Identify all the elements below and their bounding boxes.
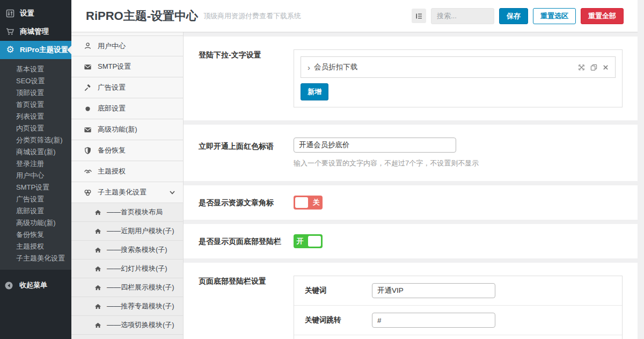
home-icon: [94, 284, 102, 291]
submenu-item[interactable]: 子主题美化设置: [0, 253, 71, 264]
submenu-item[interactable]: 分类页筛选(新): [0, 134, 71, 146]
submenu-item[interactable]: SEO设置: [0, 75, 71, 87]
nav-item-label: 底部设置: [98, 104, 126, 113]
field-label: 关键词跳转: [305, 315, 372, 325]
active-arrow: [67, 46, 71, 54]
sidebar-item-settings[interactable]: 设置: [0, 4, 71, 23]
wp-admin-sidebar: 设置 商城管理 ⚙ RiPro主题设置 基本设置 SEO设置 顶部设置 首页设置…: [0, 0, 71, 339]
home-icon: [94, 247, 102, 254]
nav-item-user-center[interactable]: 用户中心: [71, 35, 183, 56]
nav-item-ads[interactable]: 广告设置: [71, 77, 183, 98]
keyword-link-input[interactable]: [372, 313, 495, 328]
red-slogan-input[interactable]: [294, 138, 456, 153]
home-icon: [94, 322, 102, 329]
setting-show-badge: 是否显示资源文章角标 关: [184, 185, 638, 220]
nav-subitem-home-layout[interactable]: ——首页模块布局: [71, 203, 183, 222]
envelope-icon: [83, 126, 92, 134]
submenu-item[interactable]: 列表设置: [0, 111, 71, 122]
nav-item-label: 用户中心: [98, 41, 126, 51]
submenu-item[interactable]: 备份恢复: [0, 229, 71, 241]
toggle-state-label: 开: [294, 236, 306, 246]
reset-selection-button[interactable]: 重置选区: [533, 8, 576, 24]
home-icon: [94, 303, 102, 310]
nav-subitem-four-columns[interactable]: ——四栏展示模块(子): [71, 278, 183, 297]
submenu-item[interactable]: 登录注册: [0, 158, 71, 170]
move-icon[interactable]: [578, 64, 585, 71]
cart-icon: [5, 27, 15, 36]
group-row-keyword: 关键词: [294, 276, 622, 306]
nav-item-license[interactable]: 主题授权: [71, 161, 183, 182]
nav-subitem-featured-topics[interactable]: ——推荐专题模块(子): [71, 297, 183, 316]
nav-item-label: 高级功能(新): [98, 125, 137, 134]
nav-item-label: 子主题美化设置: [98, 187, 147, 197]
submenu-item[interactable]: 底部设置: [0, 205, 71, 217]
submenu-item[interactable]: 内页设置: [0, 122, 71, 134]
shield-icon: [83, 147, 92, 155]
submenu-item[interactable]: 主题授权: [0, 241, 71, 253]
gear-icon: ⚙: [5, 46, 15, 54]
circle-icon: [83, 105, 92, 113]
collapse-menu-label: 收起菜单: [19, 280, 47, 290]
keyword-input[interactable]: [372, 283, 495, 298]
submenu-item[interactable]: 首页设置: [0, 99, 71, 111]
help-text: 输入一个要设置的文字内容，不超过7个字，不设置则不显示: [294, 158, 623, 168]
page-subtitle: 顶级商用资源付费查看下载系统: [203, 11, 301, 21]
nav-item-child-theme[interactable]: 子主题美化设置: [71, 182, 183, 203]
nav-subitem-slider[interactable]: ——幻灯片模块(子): [71, 259, 183, 278]
group-row-title: 标题: [294, 335, 622, 339]
submenu-item[interactable]: 用户中心: [0, 170, 71, 182]
nav-item-label: SMTP设置: [98, 62, 131, 71]
repeater-box: › 会员折扣下载 新增: [294, 49, 623, 107]
nav-subitem-label: ——首页模块布局: [107, 207, 163, 217]
submenu-item[interactable]: SMTP设置: [0, 182, 71, 193]
toggle-knob: [295, 197, 308, 208]
submenu-item[interactable]: 商城设置(新): [0, 146, 71, 158]
copy-icon[interactable]: [590, 64, 597, 71]
chevron-down-icon: [169, 189, 175, 196]
nav-subitem-label: ——推荐专题模块(子): [107, 301, 174, 311]
nav-item-label: 广告设置: [98, 83, 126, 92]
nav-item-smtp[interactable]: SMTP设置: [71, 56, 183, 77]
search-input[interactable]: [431, 8, 494, 24]
nav-subitem-label: ——选项切换模块(子): [107, 320, 174, 330]
page-title: RiPRO主题-设置中心: [86, 8, 198, 24]
footer-login-toggle[interactable]: 开: [294, 234, 323, 248]
nav-item-label: 备份恢复: [98, 146, 126, 155]
repeater-item-title: 会员折扣下载: [314, 62, 357, 72]
add-button[interactable]: 新增: [301, 83, 328, 100]
home-icon: [94, 228, 102, 235]
badge-toggle[interactable]: 关: [294, 196, 323, 210]
close-icon[interactable]: [603, 64, 609, 70]
page-background-strip: [638, 0, 644, 339]
nav-subitem-recent-users[interactable]: ——近期用户模块(子): [71, 222, 183, 241]
handshake-icon: [83, 167, 92, 176]
setting-label: 页面底部登陆栏设置: [199, 276, 294, 339]
reset-all-button[interactable]: 重置全部: [581, 8, 624, 24]
settings-nav-sidebar: 用户中心 SMTP设置 广告设置 底部设置 高级功能(新) 备份恢复 主题授: [71, 32, 184, 339]
submenu-item[interactable]: 基本设置: [0, 63, 71, 75]
nav-subitem-label: ——四栏展示模块(子): [107, 283, 174, 292]
sidebar-item-ripro-settings[interactable]: ⚙ RiPro主题设置: [0, 41, 71, 59]
nav-subitem-option-switch[interactable]: ——选项切换模块(子): [71, 316, 183, 335]
nav-subitem-label: ——近期用户模块(子): [107, 226, 174, 236]
nav-item-backup[interactable]: 备份恢复: [71, 140, 183, 161]
settings-content: 登陆下拉-文字设置 › 会员折扣下载: [184, 32, 638, 339]
nav-subitem-search-bar[interactable]: ——搜索条模块(子): [71, 241, 183, 259]
sidebar-item-label: 设置: [20, 9, 34, 18]
nav-item-advanced[interactable]: 高级功能(新): [71, 119, 183, 140]
save-button[interactable]: 保存: [499, 8, 528, 24]
collapse-circle-icon: [4, 281, 15, 290]
submenu-item[interactable]: 高级功能(新): [0, 217, 71, 229]
nav-subitem-partial[interactable]: [71, 335, 183, 339]
collapse-menu-button[interactable]: 收起菜单: [0, 276, 71, 294]
person-icon: [83, 42, 92, 50]
toggle-panels-button[interactable]: [412, 9, 426, 23]
submenu-item[interactable]: 广告设置: [0, 193, 71, 205]
nav-subitem-label: ——幻灯片模块(子): [107, 264, 167, 273]
nav-item-footer[interactable]: 底部设置: [71, 98, 183, 119]
footer-login-group: 关键词 关键词跳转 标题: [294, 276, 623, 339]
repeater-item[interactable]: › 会员折扣下载: [301, 56, 616, 78]
submenu-item[interactable]: 顶部设置: [0, 87, 71, 99]
group-row-keyword-link: 关键词跳转: [294, 306, 622, 335]
sidebar-item-shop[interactable]: 商城管理: [0, 23, 71, 41]
